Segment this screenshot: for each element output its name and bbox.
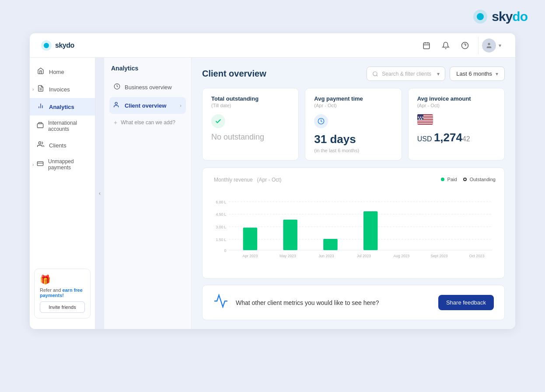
svg-text:0: 0 xyxy=(224,248,227,253)
refer-card: 🎁 Refer and earn free payments! Invite f… xyxy=(34,269,91,318)
period-dropdown[interactable]: Last 6 months ▾ xyxy=(450,66,505,81)
monthly-revenue-chart: 6.00 L 4.50 L 3.00 L 1.50 L 0 xyxy=(211,190,496,269)
svg-rect-18 xyxy=(37,161,43,165)
chart-title: Monthly revenue (Apr - Oct) xyxy=(211,176,282,183)
client-overview-icon xyxy=(114,102,120,109)
chart-svg-wrap: 6.00 L 4.50 L 3.00 L 1.50 L 0 xyxy=(211,190,496,270)
sidebar-item-clients[interactable]: Clients xyxy=(30,136,95,154)
notifications-button[interactable] xyxy=(438,38,454,53)
sidebar-label-analytics: Analytics xyxy=(49,104,74,110)
svg-text:4.50 L: 4.50 L xyxy=(216,212,227,217)
svg-rect-4 xyxy=(423,43,430,49)
sidebar-label-unmapped: Unmapped payments xyxy=(48,158,88,171)
page-header: Client overview Search & filter clients … xyxy=(202,66,505,81)
svg-text:Apr 2023: Apr 2023 xyxy=(242,254,258,258)
avg-invoice-prefix: USD xyxy=(417,135,434,143)
avg-invoice-amount-card: Avg invoice amount (Apr - Oct) xyxy=(408,88,505,161)
bar-jul-paid xyxy=(323,239,338,250)
gift-icon: 🎁 xyxy=(40,274,85,285)
sidebar-label-international: International accounts xyxy=(48,120,88,132)
top-logo-icon xyxy=(472,9,488,24)
sidebar-item-home[interactable]: Home xyxy=(30,63,95,80)
feedback-chart-icon xyxy=(213,293,229,312)
sidebar: Home › Invoices Analytics International xyxy=(30,58,95,329)
svg-text:Aug 2023: Aug 2023 xyxy=(394,254,410,258)
main-content: Client overview Search & filter clients … xyxy=(192,58,515,329)
avg-invoice-cents: 42 xyxy=(462,135,470,143)
total-outstanding-card: Total outstanding (Till date) No outstan… xyxy=(202,88,299,161)
search-icon xyxy=(372,71,378,77)
svg-point-21 xyxy=(115,102,117,105)
sidebar-label-invoices: Invoices xyxy=(49,86,70,93)
top-logo-area: skydo xyxy=(0,0,545,33)
sidebar-item-unmapped[interactable]: › Unmapped payments xyxy=(30,154,95,175)
chart-section: Monthly revenue (Apr - Oct) Paid Outstan… xyxy=(202,168,505,279)
sidebar-item-international[interactable]: International accounts xyxy=(30,116,95,136)
refer-text: Refer and earn free payments! xyxy=(40,287,85,298)
subnav-add-item[interactable]: + What else can we add? xyxy=(109,116,186,130)
avg-invoice-subtitle: (Apr - Oct) xyxy=(417,103,496,108)
svg-text:Jul 2023: Jul 2023 xyxy=(357,254,371,258)
check-icon xyxy=(211,114,225,128)
svg-text:Jun 2023: Jun 2023 xyxy=(318,254,334,258)
svg-rect-30 xyxy=(417,122,433,122)
subnav: Analytics Business overview Client overv… xyxy=(104,58,192,329)
bar-apr-paid xyxy=(243,228,258,250)
svg-point-10 xyxy=(488,43,490,45)
svg-line-23 xyxy=(377,75,378,76)
business-overview-icon xyxy=(114,83,120,91)
bar-aug-paid xyxy=(363,211,378,250)
header-actions: ▾ xyxy=(419,37,505,54)
help-button[interactable] xyxy=(457,38,473,53)
page-title: Client overview xyxy=(202,69,266,79)
svg-point-17 xyxy=(38,142,41,144)
subnav-add-label: What else can we add? xyxy=(121,119,175,126)
home-icon xyxy=(37,67,45,76)
sidebar-collapse-button[interactable]: ‹ xyxy=(95,58,104,329)
paid-dot xyxy=(441,178,444,181)
svg-text:★★: ★★ xyxy=(418,118,423,120)
app-body: Home › Invoices Analytics International xyxy=(30,58,515,329)
svg-point-3 xyxy=(44,43,49,48)
clock-icon xyxy=(314,114,328,128)
avatar xyxy=(482,38,496,52)
subnav-item-client-overview[interactable]: Client overview › xyxy=(109,97,186,114)
avg-invoice-value: USD 1,27442 xyxy=(417,131,496,144)
refer-card-container: 🎁 Refer and earn free payments! Invite f… xyxy=(30,264,95,324)
total-outstanding-value: No outstanding xyxy=(211,133,290,142)
invoices-icon xyxy=(37,85,45,94)
header-logo-icon-small xyxy=(40,39,52,52)
svg-point-22 xyxy=(373,71,377,75)
avg-invoice-main: 1,274 xyxy=(434,131,462,144)
sidebar-item-analytics[interactable]: Analytics xyxy=(30,98,95,116)
client-search-dropdown[interactable]: Search & filter clients ▾ xyxy=(367,66,445,81)
legend-outstanding: Outstanding xyxy=(463,177,496,182)
avatar-area[interactable]: ▾ xyxy=(478,37,505,54)
top-logo-text: skydo xyxy=(492,9,528,24)
sidebar-item-invoices[interactable]: › Invoices xyxy=(30,80,95,98)
subnav-title: Analytics xyxy=(109,65,186,72)
clients-icon xyxy=(37,141,45,150)
bar-jun-paid xyxy=(283,220,297,250)
share-feedback-button[interactable]: Share feedback xyxy=(438,295,494,310)
period-label: Last 6 months xyxy=(456,70,492,77)
add-icon: + xyxy=(114,119,117,126)
app-window: skydo xyxy=(30,33,515,329)
svg-text:Sept 2023: Sept 2023 xyxy=(430,254,447,258)
svg-text:6.00 L: 6.00 L xyxy=(216,200,227,204)
svg-text:May 2023: May 2023 xyxy=(279,254,296,258)
unmapped-icon xyxy=(37,160,44,169)
svg-rect-31 xyxy=(417,123,433,124)
period-chevron-icon: ▾ xyxy=(496,71,498,77)
sidebar-label-clients: Clients xyxy=(49,142,66,149)
svg-point-1 xyxy=(477,13,484,20)
svg-rect-16 xyxy=(37,124,43,128)
subnav-label-business-overview: Business overview xyxy=(125,84,172,91)
invite-friends-button[interactable]: Invite friends xyxy=(40,301,85,313)
calendar-button[interactable] xyxy=(419,38,434,53)
legend-paid: Paid xyxy=(441,177,457,182)
total-outstanding-title: Total outstanding xyxy=(211,95,290,102)
app-header: skydo xyxy=(30,33,515,58)
subnav-item-business-overview[interactable]: Business overview xyxy=(109,79,186,95)
chart-legend: Paid Outstanding xyxy=(441,177,496,182)
